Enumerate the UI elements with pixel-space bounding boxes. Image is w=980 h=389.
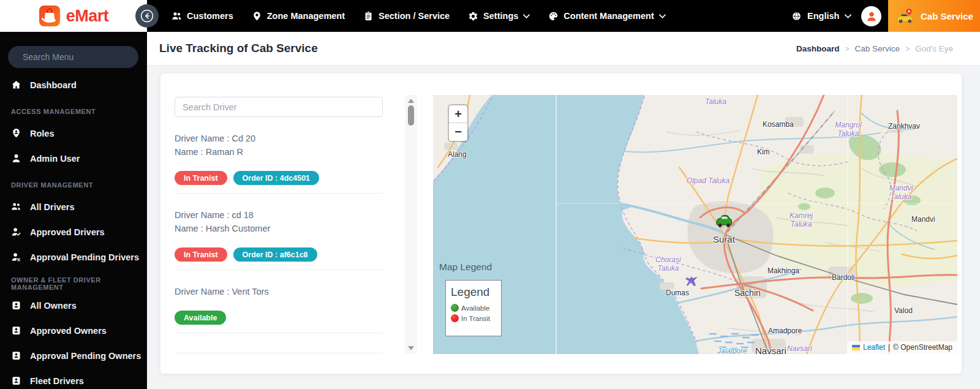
- driver-badges: Available: [175, 311, 383, 325]
- driver-car-marker[interactable]: [714, 214, 733, 231]
- sidebar-item-approved-drivers[interactable]: Approved Drivers: [0, 219, 147, 244]
- breadcrumb-separator: >: [845, 45, 850, 53]
- nav-label: Zone Management: [267, 11, 345, 21]
- taxi-icon: [895, 8, 915, 25]
- map-label: Navsari: [787, 344, 812, 353]
- gear-icon: [468, 11, 478, 21]
- chevron-down-icon: [523, 14, 530, 18]
- map-label: Sachin: [734, 288, 761, 298]
- users-icon: [11, 202, 21, 212]
- status-badge: In Tranist: [175, 247, 227, 262]
- map-label: Amadpore: [768, 327, 802, 335]
- map-pin-icon: [252, 11, 262, 21]
- sidebar-item-all-drivers[interactable]: All Drivers: [0, 194, 147, 219]
- scroll-up-arrow[interactable]: [408, 99, 414, 103]
- driver-name: Driver Name : cd 18: [175, 208, 383, 222]
- sidebar-item-approval-pending-owners[interactable]: Approval Pending Owners: [0, 343, 147, 368]
- map-label: Valod: [894, 306, 913, 315]
- driver-card[interactable]: Driver Name : cd 18 Name : Harsh Custome…: [175, 194, 383, 270]
- id-card-icon: [11, 350, 21, 361]
- sidebar-item-label: Fleet Drivers: [30, 376, 84, 386]
- openstreetmap-link[interactable]: © OpenStreetMap: [893, 343, 952, 352]
- topbar: eMart Customers Zone Management: [0, 0, 980, 32]
- customer-name: Name : Harsh Customer: [175, 222, 383, 235]
- scrollbar-thumb[interactable]: [408, 105, 414, 126]
- map-label: Makhinga: [767, 266, 799, 275]
- map-zoom-control: + −: [449, 105, 467, 141]
- nav-item-zone-management[interactable]: Zone Management: [252, 11, 345, 21]
- nav-label: Content Management: [564, 11, 654, 21]
- driver-card[interactable]: Driver Name : Cd 20 Name : Raman R In Tr…: [175, 117, 383, 194]
- breadcrumb: Dashboard > Cab Service > God's Eye: [796, 44, 953, 53]
- nav-label: Customers: [187, 11, 233, 21]
- user-avatar[interactable]: [861, 6, 881, 26]
- driver-badges: In Tranist Order ID : af6c1c8: [175, 247, 383, 262]
- divider: [175, 333, 383, 333]
- map-label: Mandvi: [911, 215, 935, 224]
- nav-item-settings[interactable]: Settings: [468, 11, 530, 21]
- users-icon: [172, 11, 182, 21]
- map-label: Kim: [757, 148, 770, 156]
- sidebar-item-label: Approved Drivers: [30, 227, 105, 237]
- driver-badges: In Tranist Order ID : 4dc4501: [175, 171, 383, 185]
- sidebar-search[interactable]: [8, 46, 138, 68]
- zoom-out-button[interactable]: −: [449, 123, 467, 141]
- legend-row-available: Available: [451, 304, 497, 312]
- nav-item-content-management[interactable]: Content Management: [548, 11, 665, 21]
- role-pin-icon: [11, 128, 21, 138]
- driver-list-panel: Driver Name : Cd 20 Name : Raman R In Tr…: [175, 97, 383, 353]
- home-icon: [11, 80, 21, 90]
- scroll-down-arrow[interactable]: [408, 346, 414, 350]
- breadcrumb-gods-eye: God's Eye: [915, 44, 953, 53]
- nav-item-customers[interactable]: Customers: [172, 11, 233, 21]
- available-dot-icon: [451, 304, 459, 312]
- language-label: English: [807, 11, 839, 21]
- sidebar-search-input[interactable]: [23, 52, 134, 62]
- live-tracking-card: Driver Name : Cd 20 Name : Raman R In Tr…: [160, 74, 962, 374]
- sidebar-item-label: Dashboard: [30, 80, 77, 90]
- leaflet-link[interactable]: Leaflet: [863, 343, 885, 352]
- driver-search-input[interactable]: [175, 97, 383, 117]
- status-badge: In Tranist: [175, 171, 227, 185]
- nav-item-section-service[interactable]: Section / Service: [363, 11, 450, 21]
- map-label: Olpad Taluka: [680, 176, 736, 185]
- sidebar-item-label: All Drivers: [30, 202, 75, 212]
- map-label: Zankhvav: [888, 122, 920, 130]
- live-tracking-map[interactable]: Alang Taluka Kosamba Zankhvav Kim Olpad …: [433, 95, 957, 354]
- breadcrumb-cab-service[interactable]: Cab Service: [855, 44, 900, 53]
- map-legend-heading: Map Legend: [439, 262, 492, 273]
- sidebar-item-roles[interactable]: Roles: [0, 121, 147, 146]
- clipboard-icon: [363, 11, 374, 21]
- cab-service-switcher[interactable]: Cab Service: [888, 0, 980, 32]
- breadcrumb-separator: >: [905, 45, 910, 53]
- driver-card[interactable]: Driver Name : Vent Tors Available: [175, 270, 383, 333]
- legend-label: In Transit: [461, 315, 490, 322]
- sidebar-collapse-button[interactable]: [135, 4, 159, 28]
- zoom-in-button[interactable]: +: [449, 105, 467, 123]
- map-label: Kamrej Taluka: [787, 211, 815, 228]
- chevron-down-icon: [659, 14, 666, 18]
- sidebar-section-access-management: ACCESS MANAGEMENT: [11, 105, 147, 118]
- user-check-icon: [11, 227, 21, 237]
- sidebar-section-driver-management: DRIVER MANAGEMENT: [11, 178, 147, 192]
- sidebar-item-admin-user[interactable]: Admin User: [0, 146, 147, 171]
- sidebar-item-approved-owners[interactable]: Approved Owners: [0, 318, 147, 343]
- sidebar-item-all-owners[interactable]: All Owners: [0, 293, 147, 318]
- palette-icon: [548, 11, 559, 21]
- breadcrumb-dashboard[interactable]: Dashboard: [796, 44, 840, 53]
- sidebar-item-fleet-drivers[interactable]: Fleet Drivers: [0, 368, 147, 389]
- map-label: Alang: [448, 150, 467, 159]
- legend-row-in-transit: In Transit: [451, 314, 497, 322]
- sidebar-item-label: Approval Pending Drivers: [30, 252, 139, 262]
- sidebar-item-approval-pending-drivers[interactable]: Approval Pending Drivers: [0, 244, 147, 270]
- ukraine-flag-icon: [852, 345, 860, 350]
- sidebar-item-label: Roles: [30, 129, 55, 138]
- id-card-icon: [11, 376, 21, 386]
- sidebar-item-dashboard[interactable]: Dashboard: [0, 72, 147, 97]
- page-title: Live Tracking of Cab Service: [159, 42, 318, 55]
- map-label: Chorasi Taluka: [652, 255, 684, 273]
- driver-name: Driver Name : Cd 20: [175, 132, 383, 145]
- brand-logo[interactable]: eMart: [0, 0, 147, 32]
- language-selector[interactable]: English: [791, 0, 851, 32]
- driver-list-scrollbar[interactable]: [405, 95, 417, 354]
